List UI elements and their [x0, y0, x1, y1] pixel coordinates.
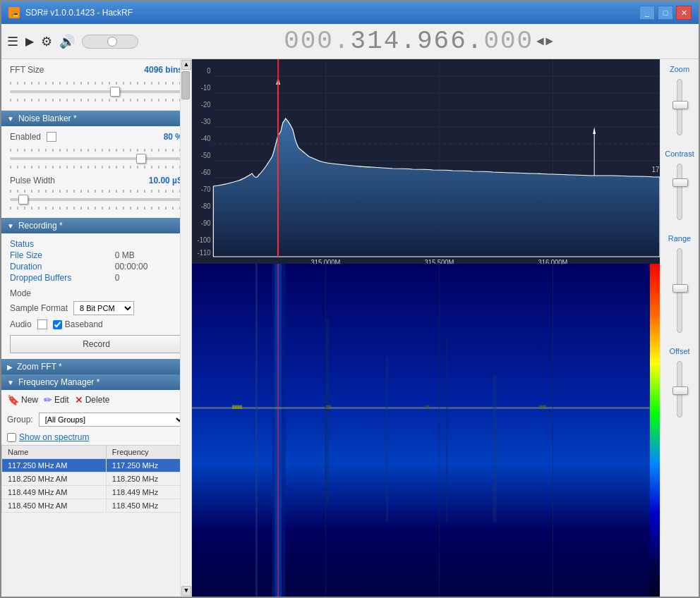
range-label: Range — [668, 234, 691, 243]
fm-edit-button[interactable]: ✏ Edit — [44, 394, 69, 405]
waterfall-svg — [192, 264, 660, 597]
play-button[interactable]: ▶ — [25, 35, 34, 48]
waterfall-color-scale — [650, 264, 660, 597]
svg-rect-38 — [192, 264, 660, 597]
nb-enabled-checkbox[interactable] — [47, 132, 56, 142]
waterfall-view — [192, 264, 660, 597]
group-label: Group: — [7, 415, 33, 425]
menu-button[interactable]: ☰ — [7, 34, 18, 49]
window-title: SDR# v1.0.0.1423 - HackRF — [25, 8, 133, 18]
title-bar: 📻 SDR# v1.0.0.1423 - HackRF _ □ ✕ — [1, 1, 699, 24]
close-button[interactable]: ✕ — [676, 6, 692, 20]
right-controls: Zoom Contrast Range — [660, 59, 699, 597]
zoom-header-label: Zoom FFT * — [17, 362, 62, 372]
zoom-fft-header[interactable]: ▶ Zoom FFT * — [1, 359, 191, 374]
svg-text:17: 17 — [652, 166, 660, 173]
sidebar-scrollbar[interactable]: ▲ ▼ — [180, 59, 191, 597]
scroll-thumb[interactable] — [181, 71, 190, 99]
offset-slider[interactable] — [677, 361, 682, 417]
freq-value-cell: 118.450 MHz — [106, 499, 191, 513]
delete-icon: ✕ — [75, 394, 83, 405]
zoom-arrow-icon: ▶ — [7, 363, 13, 371]
contrast-label: Contrast — [665, 150, 694, 158]
offset-label: Offset — [669, 347, 689, 355]
sample-format-row: Sample Format 8 Bit PCM 16 Bit PCM 32 Bi… — [10, 301, 183, 315]
rec-arrow-icon: ▼ — [7, 222, 14, 230]
nb-arrow-icon: ▼ — [7, 115, 14, 123]
contrast-slider[interactable] — [677, 164, 682, 220]
freq-value-cell: 118.449 MHz — [106, 486, 191, 499]
frequency-table: Name Frequency 117.250 MHz AM117.250 MHz… — [1, 445, 191, 513]
title-buttons: _ □ ✕ — [639, 6, 692, 20]
table-row[interactable]: 117.250 MHz AM117.250 MHz — [2, 459, 191, 472]
freq-manager-section: ▼ Frequency Manager * 🔖 New ✏ Edit — [1, 374, 191, 513]
fft-svg: 0 -10 -20 -30 -40 -50 -60 -70 -80 -90 -1… — [192, 59, 660, 264]
recording-header[interactable]: ▼ Recording * — [1, 218, 191, 233]
svg-text:-30: -30 — [201, 118, 211, 126]
zoom-label: Zoom — [670, 65, 689, 73]
svg-text:-10: -10 — [201, 84, 211, 92]
fft-slider[interactable] — [10, 79, 183, 104]
svg-text:-90: -90 — [201, 219, 211, 227]
baseband-checkbox[interactable] — [53, 320, 62, 329]
minimize-button[interactable]: _ — [639, 6, 655, 20]
edit-icon: ✏ — [44, 394, 52, 405]
contrast-thumb[interactable] — [672, 178, 688, 187]
dropped-label: Dropped Buffers — [10, 273, 107, 283]
baseband-check[interactable]: Baseband — [53, 319, 103, 329]
svg-rect-43 — [325, 319, 329, 504]
offset-thumb[interactable] — [672, 386, 688, 395]
maximize-button[interactable]: □ — [658, 6, 673, 20]
sample-format-select[interactable]: 8 Bit PCM 16 Bit PCM 32 Bit Float — [73, 301, 134, 315]
nb-slider[interactable] — [10, 146, 183, 171]
freq-name-cell: 118.450 MHz AM — [2, 499, 107, 513]
range-control: Range — [663, 234, 696, 336]
pulse-slider[interactable] — [10, 187, 183, 212]
freq-manager-header[interactable]: ▼ Frequency Manager * — [1, 374, 191, 390]
fm-content: 🔖 New ✏ Edit ✕ Delete Group: — [1, 390, 191, 513]
fm-delete-button[interactable]: ✕ Delete — [75, 394, 110, 405]
audio-checkbox[interactable] — [37, 319, 47, 329]
main-window: 📻 SDR# v1.0.0.1423 - HackRF _ □ ✕ ☰ ▶ ⚙ … — [0, 0, 700, 598]
freq-main: 314.966. — [351, 27, 484, 56]
frequency-display[interactable]: 000.314.966.000 ◄► — [145, 27, 693, 56]
svg-rect-50 — [540, 405, 546, 409]
table-row[interactable]: 118.450 MHz AM118.450 MHz — [2, 499, 191, 513]
show-spectrum-check[interactable]: Show on spectrum — [7, 432, 186, 442]
zoom-thumb[interactable] — [672, 101, 688, 109]
duration-label: Duration — [10, 262, 107, 271]
fm-arrow-icon: ▼ — [7, 379, 14, 386]
pulse-value: 10.00 µS — [149, 176, 183, 185]
zoom-slider[interactable] — [677, 79, 682, 135]
contrast-control: Contrast — [663, 150, 696, 223]
filesize-label: File Size — [10, 250, 107, 260]
svg-text:-20: -20 — [201, 101, 211, 109]
scroll-up-button[interactable]: ▲ — [181, 60, 191, 70]
volume-slider[interactable] — [82, 35, 138, 49]
svg-rect-42 — [255, 264, 258, 597]
rec-header-label: Recording * — [18, 221, 63, 231]
fm-new-button[interactable]: 🔖 New — [7, 394, 38, 405]
freq-value-cell: 118.250 MHz — [106, 472, 191, 486]
svg-rect-48 — [325, 405, 331, 409]
col-frequency: Frequency — [106, 446, 191, 459]
table-row[interactable]: 118.449 MHz AM118.449 MHz — [2, 486, 191, 499]
freq-name-cell: 118.449 MHz AM — [2, 486, 107, 499]
fft-section: FFT Size 4096 bins — [1, 59, 191, 111]
show-spectrum-row: Show on spectrum — [1, 429, 191, 445]
range-thumb[interactable] — [672, 284, 688, 293]
group-select[interactable]: [All Groups] Default — [39, 413, 186, 427]
table-row[interactable]: 118.250 MHz AM118.250 MHz — [2, 472, 191, 486]
show-spectrum-checkbox[interactable] — [7, 433, 16, 442]
freq-name-cell: 117.250 MHz AM — [2, 459, 107, 472]
record-button[interactable]: Record — [10, 335, 183, 353]
audio-button[interactable]: 🔊 — [59, 34, 75, 49]
noise-blanker-header[interactable]: ▼ Noise Blanker * — [1, 111, 191, 126]
settings-button[interactable]: ⚙ — [41, 34, 52, 49]
freq-arrows[interactable]: ◄► — [536, 35, 555, 49]
scroll-down-button[interactable]: ▼ — [181, 586, 191, 596]
fft-label: FFT Size — [10, 65, 44, 75]
rec-content: Status File Size 0 MB Duration 00:00:00 … — [1, 233, 191, 359]
range-slider[interactable] — [677, 248, 682, 333]
svg-text:-100: -100 — [198, 236, 211, 244]
